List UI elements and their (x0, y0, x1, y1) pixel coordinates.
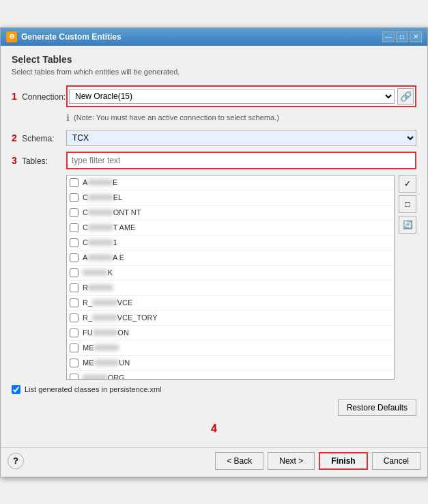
minimize-button[interactable]: — (382, 31, 395, 42)
table-name: R_XXXXXVCE_TORY (83, 313, 158, 322)
table-checkbox[interactable] (70, 238, 79, 247)
dialog-body: Select Tables Select tables from which e… (1, 46, 427, 447)
persistence-row: List generated classes in persistence.xm… (12, 385, 416, 394)
step2-label: 2 (12, 132, 17, 143)
table-item: RXXXXX (67, 281, 394, 296)
section-title: Select Tables (12, 54, 416, 65)
help-button[interactable]: ? (8, 453, 24, 469)
schema-label: 2 Schema: (12, 132, 66, 143)
button-row: ? < Back Next > Finish Cancel (1, 447, 427, 477)
tables-section: AXXXXXECXXXXXELCXXXXXONT NTCXXXXXT AMECX… (66, 175, 416, 380)
table-item: MEXXXXX (67, 341, 394, 356)
cancel-button[interactable]: Cancel (372, 452, 420, 470)
table-name: XXXXXK (83, 268, 113, 277)
restore-defaults-button[interactable]: Restore Defaults (338, 400, 416, 416)
table-item: XXXXXK (67, 266, 394, 281)
connection-select[interactable]: New Oracle(15) (69, 89, 395, 104)
table-name: CXXXXXEL (83, 193, 122, 201)
select-all-button[interactable]: ✓ (399, 175, 416, 193)
step1-label: 1 (12, 91, 17, 102)
table-checkbox[interactable] (70, 208, 79, 217)
table-checkbox[interactable] (70, 313, 79, 322)
next-button[interactable]: Next > (268, 452, 315, 470)
table-name: R_XXXXXVCE (83, 298, 132, 307)
persistence-checkbox[interactable] (12, 385, 20, 394)
tables-label: 3 Tables: (12, 155, 66, 166)
step3-label: 3 (12, 155, 17, 166)
persistence-label: List generated classes in persistence.xm… (25, 385, 162, 393)
table-checkbox[interactable] (70, 268, 79, 277)
table-name: AXXXXXA E (83, 253, 124, 262)
table-checkbox[interactable] (70, 298, 79, 307)
table-item: CXXXXXONT NT (67, 206, 394, 221)
table-name: MEXXXXXUN (83, 359, 130, 367)
table-checkbox[interactable] (70, 328, 79, 337)
table-item: CXXXXXT AME (67, 221, 394, 236)
refresh-button[interactable]: 🔄 (399, 216, 416, 234)
table-name: XXXXXORG (83, 374, 125, 380)
tables-list: AXXXXXECXXXXXELCXXXXXONT NTCXXXXXT AMECX… (67, 176, 394, 380)
deselect-all-button[interactable]: □ (399, 195, 416, 213)
note-text: (Note: You must have an active connectio… (74, 113, 279, 122)
table-checkbox[interactable] (70, 193, 79, 202)
tables-list-wrapper: AXXXXXECXXXXXELCXXXXXONT NTCXXXXXT AMECX… (66, 175, 395, 380)
filter-wrapper (66, 152, 416, 169)
table-checkbox[interactable] (70, 178, 79, 187)
restore-row: Restore Defaults (12, 400, 416, 416)
schema-select[interactable]: TCX (66, 130, 416, 146)
table-name: MEXXXXX (83, 344, 119, 352)
table-checkbox[interactable] (70, 283, 79, 292)
finish-button[interactable]: Finish (319, 452, 367, 470)
table-name: CXXXXX1 (83, 238, 117, 247)
connection-wrapper: New Oracle(15) 🔗 (66, 85, 416, 107)
table-item: AXXXXXE (67, 176, 394, 191)
table-item: XXXXXORG (67, 371, 394, 380)
table-item: FUXXXXXON (67, 326, 394, 341)
table-name: RXXXXX (83, 283, 113, 292)
step4-label: 4 (12, 423, 416, 435)
table-checkbox[interactable] (70, 359, 79, 367)
close-button[interactable]: ✕ (410, 31, 422, 42)
table-checkbox[interactable] (70, 253, 79, 262)
info-icon: ℹ (66, 113, 70, 123)
table-item: R_XXXXXVCE_TORY (67, 311, 394, 326)
table-checkbox[interactable] (70, 223, 79, 232)
title-bar-buttons: — □ ✕ (382, 31, 422, 42)
connection-label: 1 Connection: (12, 91, 66, 102)
maximize-button[interactable]: □ (396, 31, 408, 42)
table-name: FUXXXXXON (83, 328, 129, 337)
back-button[interactable]: < Back (215, 452, 263, 470)
table-checkbox[interactable] (70, 374, 79, 380)
table-item: R_XXXXXVCE (67, 296, 394, 311)
table-item: CXXXXX1 (67, 236, 394, 251)
table-item: MEXXXXXUN (67, 356, 394, 371)
note-row: ℹ (Note: You must have an active connect… (66, 113, 416, 123)
table-item: AXXXXXA E (67, 251, 394, 266)
table-checkbox[interactable] (70, 344, 79, 352)
dialog: ⚙ Generate Custom Entities — □ ✕ Select … (0, 27, 428, 477)
dialog-icon: ⚙ (6, 31, 17, 42)
list-buttons: ✓ □ 🔄 (399, 175, 416, 380)
tables-filter-row: 3 Tables: (12, 152, 416, 169)
connection-row: 1 Connection: New Oracle(15) 🔗 (12, 85, 416, 107)
filter-input[interactable] (68, 153, 415, 168)
title-bar: ⚙ Generate Custom Entities — □ ✕ (1, 28, 427, 46)
table-item: CXXXXXEL (67, 191, 394, 206)
title-bar-left: ⚙ Generate Custom Entities (6, 31, 122, 42)
section-subtitle: Select tables from which entities will b… (12, 68, 416, 76)
table-name: CXXXXXT AME (83, 223, 135, 232)
schema-row: 2 Schema: TCX (12, 130, 416, 146)
table-name: CXXXXXONT NT (83, 208, 141, 216)
table-name: AXXXXXE (83, 178, 117, 186)
dialog-title: Generate Custom Entities (21, 32, 122, 42)
nav-buttons: < Back Next > Finish Cancel (215, 452, 420, 470)
connection-button[interactable]: 🔗 (397, 88, 414, 104)
